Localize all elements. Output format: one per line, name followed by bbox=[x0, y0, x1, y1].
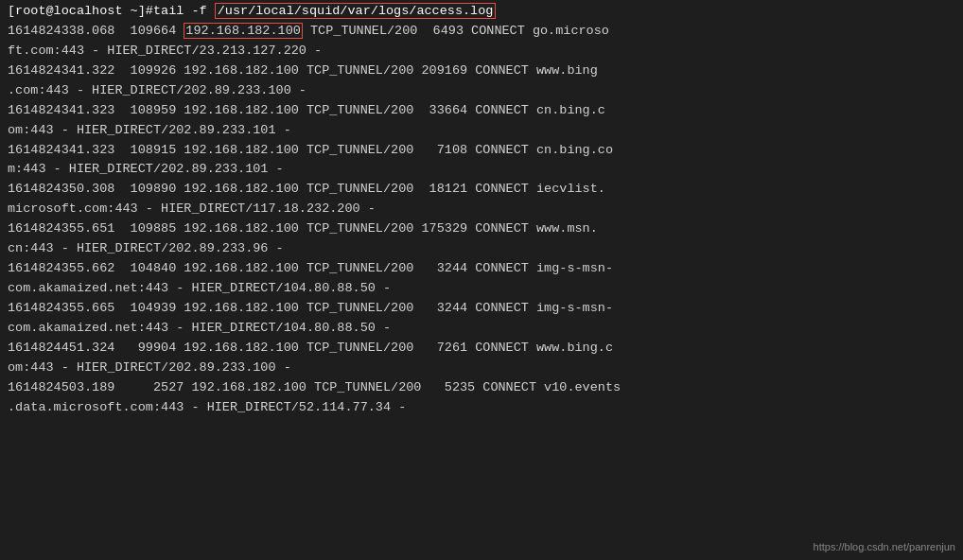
terminal: [root@localhost ~]#tail -f /usr/local/sq… bbox=[0, 0, 963, 560]
log-line: .com:443 - HIER_DIRECT/202.89.233.100 - bbox=[8, 81, 955, 101]
log-text: com.akamaized.net:443 - HIER_DIRECT/104.… bbox=[8, 321, 391, 335]
log-line: 1614824341.322 109926 192.168.182.100 TC… bbox=[8, 61, 955, 81]
log-text: .data.microsoft.com:443 - HIER_DIRECT/52… bbox=[8, 400, 406, 414]
terminal-command: tail -f /usr/local/squid/var/logs/access… bbox=[153, 3, 496, 19]
command-path-highlight: /usr/local/squid/var/logs/access.log bbox=[215, 3, 497, 19]
log-text: 1614824355.651 109885 192.168.182.100 TC… bbox=[8, 221, 598, 236]
log-text: microsoft.com:443 - HIER_DIRECT/117.18.2… bbox=[8, 201, 376, 216]
log-line: com.akamaized.net:443 - HIER_DIRECT/104.… bbox=[8, 319, 955, 339]
log-line: com.akamaized.net:443 - HIER_DIRECT/104.… bbox=[8, 279, 955, 299]
log-text: 1614824350.308 109890 192.168.182.100 TC… bbox=[8, 182, 605, 196]
log-line: 1614824350.308 109890 192.168.182.100 TC… bbox=[8, 180, 955, 200]
log-line: 1614824503.189 2527 192.168.182.100 TCP_… bbox=[8, 378, 955, 398]
log-text: 1614824341.323 108915 192.168.182.100 TC… bbox=[8, 143, 613, 157]
log-line: om:443 - HIER_DIRECT/202.89.233.100 - bbox=[8, 359, 955, 378]
log-text: 1614824338.068 109664 bbox=[8, 24, 184, 38]
title-bar: [root@localhost ~]#tail -f /usr/local/sq… bbox=[0, 0, 963, 20]
log-text: .com:443 - HIER_DIRECT/202.89.233.100 - bbox=[8, 83, 306, 97]
log-content: 1614824338.068 109664 192.168.182.100 TC… bbox=[0, 20, 963, 425]
log-line: 1614824355.665 104939 192.168.182.100 TC… bbox=[8, 299, 955, 319]
log-text: com.akamaized.net:443 - HIER_DIRECT/104.… bbox=[8, 281, 391, 295]
log-text: 1614824355.662 104840 192.168.182.100 TC… bbox=[8, 261, 613, 275]
log-text: 1614824341.322 109926 192.168.182.100 TC… bbox=[8, 63, 598, 78]
log-line: 1614824341.323 108915 192.168.182.100 TC… bbox=[8, 141, 955, 161]
log-text: TCP_TUNNEL/200 6493 CONNECT go.microso bbox=[303, 24, 609, 38]
log-line: m:443 - HIER_DIRECT/202.89.233.101 - bbox=[8, 160, 955, 180]
log-text: om:443 - HIER_DIRECT/202.89.233.100 - bbox=[8, 360, 291, 375]
log-line: 1614824355.662 104840 192.168.182.100 TC… bbox=[8, 259, 955, 279]
log-line: cn:443 - HIER_DIRECT/202.89.233.96 - bbox=[8, 239, 955, 259]
log-text: om:443 - HIER_DIRECT/202.89.233.101 - bbox=[8, 123, 291, 137]
log-line: 1614824451.324 99904 192.168.182.100 TCP… bbox=[8, 339, 955, 359]
log-line: om:443 - HIER_DIRECT/202.89.233.101 - bbox=[8, 121, 955, 141]
log-text: m:443 - HIER_DIRECT/202.89.233.101 - bbox=[8, 162, 284, 176]
log-line: 1614824355.651 109885 192.168.182.100 TC… bbox=[8, 219, 955, 239]
terminal-prompt: [root@localhost ~]# bbox=[8, 4, 153, 18]
log-text: 1614824341.323 108959 192.168.182.100 TC… bbox=[8, 103, 605, 117]
log-text: ft.com:443 - HIER_DIRECT/23.213.127.220 … bbox=[8, 44, 322, 58]
log-line: microsoft.com:443 - HIER_DIRECT/117.18.2… bbox=[8, 200, 955, 219]
log-line: ft.com:443 - HIER_DIRECT/23.213.127.220 … bbox=[8, 42, 955, 61]
log-line: 1614824338.068 109664 192.168.182.100 TC… bbox=[8, 22, 955, 42]
log-text: 1614824355.665 104939 192.168.182.100 TC… bbox=[8, 301, 613, 315]
log-line: 1614824341.323 108959 192.168.182.100 TC… bbox=[8, 101, 955, 121]
ip-address-highlight: 192.168.182.100 bbox=[184, 23, 303, 39]
log-line: .data.microsoft.com:443 - HIER_DIRECT/52… bbox=[8, 398, 955, 418]
log-text: 1614824451.324 99904 192.168.182.100 TCP… bbox=[8, 341, 613, 355]
log-text: 1614824503.189 2527 192.168.182.100 TCP_… bbox=[8, 380, 621, 394]
watermark: https://blog.csdn.net/panrenjun bbox=[814, 541, 955, 552]
log-text: cn:443 - HIER_DIRECT/202.89.233.96 - bbox=[8, 241, 284, 255]
